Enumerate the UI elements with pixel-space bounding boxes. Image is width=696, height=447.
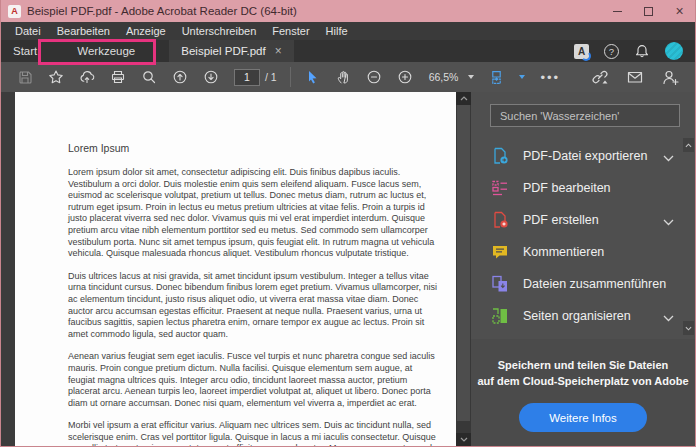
toolbar-right-icons <box>591 68 687 86</box>
print-icon <box>110 69 126 85</box>
tool-label: PDF erstellen <box>523 213 599 227</box>
find-button[interactable] <box>133 64 164 90</box>
chevron-down-icon <box>685 326 692 331</box>
tool-edit-pdf[interactable]: PDF bearbeiten <box>471 172 695 204</box>
email-icon[interactable] <box>626 68 644 86</box>
acrobat-badge-icon[interactable]: A <box>574 44 589 59</box>
minimize-icon <box>613 11 622 12</box>
edit-pdf-icon <box>490 178 510 198</box>
tools-sidebar: PDF-Datei exportieren PDF bearbeiten <box>471 92 695 446</box>
scroll-down-button[interactable] <box>456 433 471 446</box>
chevron-down-icon <box>663 215 674 229</box>
tool-label: PDF bearbeiten <box>523 181 611 195</box>
menu-unterschreiben[interactable]: Unterschreiben <box>174 25 265 37</box>
page-up-icon <box>172 69 188 85</box>
menu-bearbeiten[interactable]: Bearbeiten <box>49 25 118 37</box>
zoom-level-label[interactable]: 66,5% <box>429 71 459 83</box>
bell-icon[interactable] <box>634 43 650 59</box>
next-page-button[interactable] <box>195 64 226 90</box>
document-paragraph: Aenean varius feugiat sem eget iaculis. … <box>68 351 440 409</box>
tool-label: Kommentieren <box>523 245 604 259</box>
tool-create-pdf[interactable]: PDF erstellen <box>471 204 695 236</box>
page-count-label: / 1 <box>265 71 277 83</box>
user-avatar[interactable] <box>665 42 683 60</box>
menu-datei[interactable]: Datei <box>7 25 49 37</box>
chevron-up-icon <box>685 143 692 148</box>
previous-page-button[interactable] <box>164 64 195 90</box>
tab-close-icon[interactable]: × <box>275 45 282 57</box>
tab-start[interactable]: Start <box>1 40 49 62</box>
weitere-infos-button[interactable]: Weitere Infos <box>519 403 647 432</box>
tool-combine-files[interactable]: Dateien zusammenführen <box>471 268 695 300</box>
menu-fenster[interactable]: Fenster <box>264 25 317 37</box>
tools-list: PDF-Datei exportieren PDF bearbeiten <box>471 140 695 332</box>
maximize-button[interactable] <box>633 0 664 22</box>
page-display-mode-button[interactable] <box>481 64 512 90</box>
tools-search-input[interactable] <box>490 104 680 127</box>
tool-organize-pages[interactable]: Seiten organisieren <box>471 300 695 332</box>
save-button[interactable] <box>9 64 40 90</box>
fit-width-icon <box>488 69 505 86</box>
title-bar: A Beispiel PDF.pdf - Adobe Acrobat Reade… <box>1 0 695 22</box>
star-icon <box>48 69 64 85</box>
page-number-input[interactable] <box>234 69 260 86</box>
select-tool-button[interactable] <box>297 64 328 90</box>
tool-label: Dateien zusammenführen <box>523 277 666 291</box>
promo-text-line2: auf dem Cloud-Speicherplatz von Adobe <box>471 374 695 390</box>
share-link-icon[interactable] <box>591 68 609 86</box>
promo-text-line1: Speichern und teilen Sie Dateien <box>471 358 695 374</box>
document-scrollbar[interactable] <box>456 92 471 446</box>
hand-tool-button[interactable] <box>328 64 359 90</box>
cloud-upload-icon <box>79 69 95 85</box>
tool-label: PDF-Datei exportieren <box>523 149 647 163</box>
organize-pages-icon <box>490 306 510 326</box>
zoom-out-button[interactable] <box>359 64 390 90</box>
add-person-icon[interactable] <box>661 68 679 86</box>
minimize-button[interactable] <box>602 0 633 22</box>
main-area: Lorem Ipsum Lorem ipsum dolor sit amet, … <box>1 92 695 446</box>
scrollbar-thumb[interactable] <box>457 105 470 421</box>
scroll-up-button[interactable] <box>456 92 471 105</box>
tab-document[interactable]: Beispiel PDF.pdf × <box>169 40 293 62</box>
zoom-in-icon <box>397 69 413 85</box>
tool-comment[interactable]: Kommentieren <box>471 236 695 268</box>
tool-export-pdf[interactable]: PDF-Datei exportieren <box>471 140 695 172</box>
cloud-promo-panel: Speichern und teilen Sie Dateien auf dem… <box>471 339 695 446</box>
tab-bar: Start Werkzeuge Beispiel PDF.pdf × A ? <box>1 40 695 62</box>
maximize-icon <box>644 7 653 16</box>
hand-tool-icon <box>335 69 351 85</box>
sidebar-scroll-up-button[interactable] <box>683 138 694 152</box>
toolbar-divider <box>290 67 291 87</box>
more-tools-button[interactable]: ••• <box>540 70 560 85</box>
sidebar-scroll-down-button[interactable] <box>683 321 694 335</box>
menu-hilfe[interactable]: Hilfe <box>318 25 356 37</box>
document-heading: Lorem Ipsum <box>68 142 440 154</box>
window-controls: × <box>602 0 695 22</box>
close-button[interactable]: × <box>664 0 695 22</box>
tab-werkzeuge[interactable]: Werkzeuge <box>59 40 153 62</box>
page-down-icon <box>203 69 219 85</box>
zoom-dropdown-icon[interactable] <box>468 75 474 79</box>
document-pane: Lorem Ipsum Lorem ipsum dolor sit amet, … <box>1 92 471 446</box>
help-icon[interactable]: ? <box>604 44 619 59</box>
menu-bar: Datei Bearbeiten Anzeige Unterschreiben … <box>1 22 695 40</box>
save-icon <box>17 69 33 85</box>
toolbar: / 1 66,5% ••• <box>1 62 695 92</box>
pdf-page: Lorem Ipsum Lorem ipsum dolor sit amet, … <box>15 92 456 446</box>
document-paragraph: Lorem ipsum dolor sit amet, consectetur … <box>68 167 440 260</box>
zoom-in-button[interactable] <box>390 64 421 90</box>
tabbar-right-icons: A ? <box>574 42 695 60</box>
select-cursor-icon <box>304 69 320 85</box>
tab-document-label: Beispiel PDF.pdf <box>181 45 265 57</box>
page-display-dropdown-icon[interactable] <box>519 75 525 79</box>
acrobat-reader-window: A Beispiel PDF.pdf - Adobe Acrobat Reade… <box>0 0 696 447</box>
print-button[interactable] <box>102 64 133 90</box>
cloud-upload-button[interactable] <box>71 64 102 90</box>
window-title: Beispiel PDF.pdf - Adobe Acrobat Reader … <box>27 5 297 17</box>
document-paragraph: Duis ultrices lacus at nisi gravida, sit… <box>68 271 440 341</box>
favorite-button[interactable] <box>40 64 71 90</box>
chevron-down-icon <box>663 151 674 165</box>
menu-anzeige[interactable]: Anzeige <box>118 25 174 37</box>
chevron-up-icon <box>460 96 468 101</box>
chevron-down-icon <box>663 311 674 325</box>
